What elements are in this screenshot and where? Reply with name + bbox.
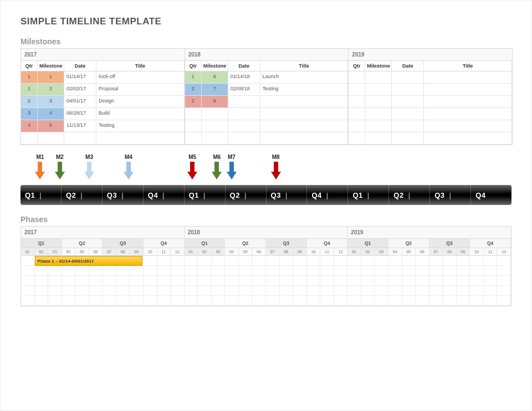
phase-grid-cell xyxy=(89,296,103,306)
phase-quarter-header: Q4 xyxy=(144,239,185,248)
phase-grid-cell xyxy=(103,296,116,306)
phase-grid-cell xyxy=(293,256,307,266)
phase-grid-cell xyxy=(402,296,416,306)
phase-month-header: 10 xyxy=(144,248,157,256)
phase-grid-cell xyxy=(280,266,294,276)
phase-grid-cell xyxy=(388,256,402,266)
col-header-date: Date xyxy=(228,61,260,71)
phase-quarter-header: Q1 xyxy=(185,239,226,248)
separator-icon: | xyxy=(408,191,411,199)
phase-grid-cell xyxy=(470,266,484,276)
phase-grid-cell xyxy=(103,266,116,276)
cell-empty xyxy=(349,96,365,108)
col-header-qtr: Qtr xyxy=(185,61,202,71)
cell-empty xyxy=(38,132,64,145)
phase-grid-cell xyxy=(497,276,511,286)
phase-grid-cell xyxy=(212,266,226,276)
phase-month-header: 09 xyxy=(293,248,307,256)
phase-grid-cell xyxy=(280,276,294,286)
cell-qtr: 1 xyxy=(21,71,38,84)
phase-grid-cell xyxy=(266,296,280,306)
col-header-date: Date xyxy=(64,61,96,71)
cell-date: 11/13/17 xyxy=(64,120,96,132)
separator-icon: | xyxy=(80,191,83,199)
phase-grid-cell xyxy=(35,286,49,296)
cell-empty xyxy=(260,108,349,120)
phase-month-header: 05 xyxy=(75,248,89,256)
phase-grid-cell xyxy=(62,276,76,286)
svg-rect-10 xyxy=(214,162,219,172)
phase-grid-cell xyxy=(388,266,402,276)
phase-grid-cell xyxy=(429,296,443,306)
phase-grid-cell xyxy=(35,266,49,276)
cell-qtr: 3 xyxy=(21,108,38,120)
phase-grid-cell xyxy=(347,276,361,286)
phase-grid-cell xyxy=(21,286,35,296)
cell-milestone: 8 xyxy=(202,96,228,108)
cell-milestone: 7 xyxy=(202,84,228,96)
quarter-cell: Q2| xyxy=(61,185,102,205)
quarter-cell: Q1| xyxy=(347,185,388,205)
phase-grid-cell xyxy=(48,296,62,306)
phase-grid-cell xyxy=(361,256,375,266)
quarter-label: Q1 xyxy=(25,191,35,199)
phase-grid-cell xyxy=(157,296,171,306)
milestone-arrow-m5: M5 xyxy=(184,154,201,179)
separator-icon: | xyxy=(39,191,42,199)
cell-empty xyxy=(349,108,365,120)
cell-empty xyxy=(392,132,424,145)
phase-grid-cell xyxy=(497,286,511,296)
cell-empty xyxy=(64,132,96,145)
phase-grid-cell xyxy=(334,266,348,276)
quarter-label: Q3 xyxy=(107,191,117,199)
phase-grid-cell xyxy=(239,286,253,296)
col-header-title: Title xyxy=(424,61,512,71)
cell-title: Kick-off xyxy=(96,71,185,84)
phase-grid-cell xyxy=(347,286,361,296)
cell-milestone: 4 xyxy=(38,108,64,120)
col-header-title: Title xyxy=(260,61,349,71)
phase-grid-cell xyxy=(361,266,375,276)
phase-quarter-header: Q4 xyxy=(307,239,348,248)
phase-grid-cell xyxy=(457,256,470,266)
quarter-cell: Q4 xyxy=(470,185,511,205)
phases-body: Phase 1 – 01/14-04/01/2017 xyxy=(21,256,511,306)
cell-empty xyxy=(349,120,365,132)
phase-grid-cell xyxy=(375,296,388,306)
phase-grid-cell xyxy=(48,276,62,286)
milestone-year-header: 2019 xyxy=(349,49,512,61)
svg-marker-5 xyxy=(84,172,94,179)
cell-empty xyxy=(424,96,512,108)
svg-rect-0 xyxy=(38,162,42,172)
phase-grid-cell xyxy=(443,256,457,266)
milestone-arrow-label: M6 xyxy=(208,154,225,160)
phase-grid-cell xyxy=(89,266,103,276)
phase-grid-cell xyxy=(484,266,498,276)
separator-icon: | xyxy=(203,191,206,199)
col-header-date: Date xyxy=(392,61,424,71)
phase-grid-cell xyxy=(320,266,334,276)
arrow-down-icon xyxy=(84,162,94,179)
cell-milestone: 5 xyxy=(38,120,64,132)
arrow-down-icon xyxy=(55,162,65,179)
phase-grid-cell xyxy=(144,276,157,286)
phase-grid-cell xyxy=(239,256,253,266)
phase-grid-cell xyxy=(388,276,402,286)
phase-grid-cell xyxy=(470,286,484,296)
phase-grid-cell xyxy=(347,266,361,276)
phase-month-header: 10 xyxy=(307,248,321,256)
phase-grid-cell xyxy=(484,256,498,266)
phase-month-header: 01 xyxy=(21,248,35,256)
cell-title: Proposal xyxy=(96,84,185,96)
milestone-year-2018: 2018QtrMilestoneDateTitle1601/14/18Launc… xyxy=(185,49,349,145)
svg-marker-11 xyxy=(212,172,222,179)
phase-grid-cell xyxy=(171,266,185,276)
phase-grid-cell xyxy=(416,276,429,286)
phase-grid-cell xyxy=(334,296,348,306)
quarter-label: Q2 xyxy=(230,191,240,199)
phase-grid-cell xyxy=(375,286,388,296)
phase-quarter-header: Q2 xyxy=(62,239,103,248)
phase-grid-cell xyxy=(429,266,443,276)
cell-empty xyxy=(424,71,512,84)
cell-title: Testing xyxy=(96,120,185,132)
